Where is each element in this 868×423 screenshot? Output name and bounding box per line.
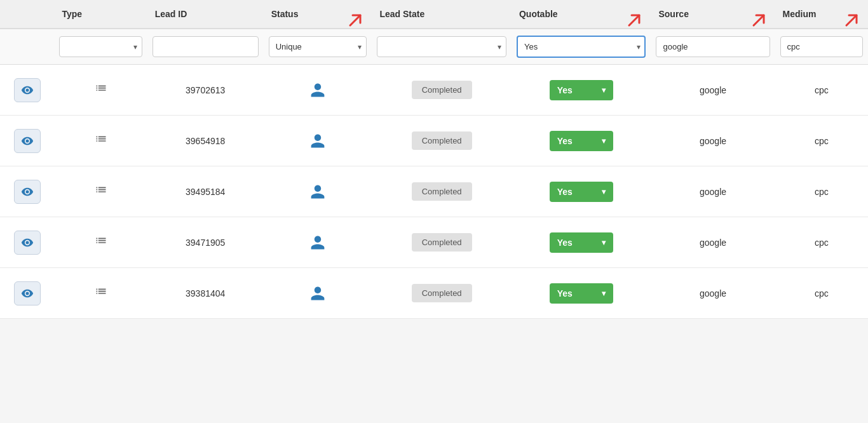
status-cell: [264, 268, 372, 319]
action-cell: [0, 268, 54, 319]
completed-badge: Completed: [412, 131, 472, 150]
type-cell: [54, 268, 147, 319]
person-icon: [309, 82, 326, 98]
lead-id-value: 39654918: [186, 136, 225, 146]
medium-cell: cpc: [775, 268, 868, 319]
medium-value: cpc: [815, 238, 829, 248]
filter-action-cell: [0, 29, 54, 65]
view-button[interactable]: [14, 231, 41, 255]
list-icon: [95, 84, 107, 97]
leadid-filter-input[interactable]: [153, 36, 259, 57]
lead-id-value: 39471905: [186, 238, 225, 248]
quotable-cell: Yes ▾: [512, 116, 651, 166]
source-red-arrow: [749, 10, 769, 32]
eye-icon: [21, 135, 34, 147]
filter-leadid-cell: [147, 29, 264, 65]
quotable-red-arrow: [624, 10, 644, 32]
quotable-cell: Yes ▾: [512, 268, 651, 319]
view-button[interactable]: [14, 281, 41, 306]
list-icon: [95, 185, 107, 198]
table-row: 39471905 Completed Yes ▾: [0, 217, 868, 268]
medium-cell: cpc: [775, 166, 868, 217]
medium-value: cpc: [815, 136, 829, 146]
quotable-dropdown-chevron-icon: ▾: [602, 238, 606, 247]
type-filter-wrapper: ▾: [59, 36, 142, 57]
quotable-yes-dropdown[interactable]: Yes ▾: [550, 283, 613, 304]
completed-badge: Completed: [412, 81, 472, 99]
source-value: google: [700, 187, 726, 197]
quotable-yes-label: Yes: [557, 85, 573, 95]
leadid-cell: 39495184: [147, 166, 264, 217]
leadstate-cell: Completed: [372, 65, 512, 116]
action-cell: [0, 65, 54, 116]
quotable-dropdown-chevron-icon: ▾: [602, 137, 606, 145]
type-cell: [54, 65, 147, 116]
person-icon: [309, 234, 326, 251]
quotable-dropdown-chevron-icon: ▾: [602, 187, 606, 196]
leadstate-filter-select[interactable]: [377, 36, 506, 57]
source-value: google: [700, 288, 726, 299]
leadstate-cell: Completed: [372, 217, 512, 268]
source-cell: google: [651, 217, 775, 268]
filter-quotable-cell: Yes No ▾: [512, 29, 651, 65]
data-table: Type Lead ID Status Lead State Quotable …: [0, 0, 868, 319]
source-value: google: [700, 238, 726, 248]
list-icon: [95, 287, 107, 300]
person-icon: [309, 184, 326, 200]
quotable-yes-label: Yes: [557, 238, 573, 248]
filter-medium-cell: [775, 29, 868, 65]
status-filter-wrapper: Unique ▾: [269, 36, 367, 57]
person-icon: [309, 133, 326, 149]
status-cell: [264, 217, 372, 268]
filter-status-cell: Unique ▾: [264, 29, 372, 65]
medium-value: cpc: [815, 85, 829, 95]
filter-leadstate-cell: ▾: [372, 29, 512, 65]
medium-cell: cpc: [775, 65, 868, 116]
medium-filter-input[interactable]: [780, 36, 863, 57]
source-filter-input[interactable]: [656, 36, 770, 57]
quotable-filter-select[interactable]: Yes No: [517, 36, 646, 58]
quotable-cell: Yes ▾: [512, 65, 651, 116]
quotable-yes-dropdown[interactable]: Yes ▾: [550, 80, 613, 100]
quotable-yes-dropdown[interactable]: Yes ▾: [550, 131, 613, 151]
list-icon: [95, 236, 107, 249]
leadid-cell: 39654918: [147, 116, 264, 166]
quotable-cell: Yes ▾: [512, 217, 651, 268]
type-cell: [54, 217, 147, 268]
quotable-yes-dropdown[interactable]: Yes ▾: [550, 232, 613, 253]
type-filter-select[interactable]: [59, 36, 142, 57]
completed-badge: Completed: [412, 233, 472, 252]
header-row: Type Lead ID Status Lead State Quotable …: [0, 0, 868, 29]
source-cell: google: [651, 268, 775, 319]
leadid-cell: 39702613: [147, 65, 264, 116]
quotable-dropdown-chevron-icon: ▾: [602, 289, 606, 298]
medium-value: cpc: [815, 187, 829, 197]
view-button[interactable]: [14, 129, 41, 153]
quotable-cell: Yes ▾: [512, 166, 651, 217]
source-value: google: [700, 136, 726, 146]
filter-source-cell: [651, 29, 775, 65]
medium-cell: cpc: [775, 116, 868, 166]
quotable-yes-label: Yes: [557, 187, 573, 197]
table-row: 39702613 Completed Yes ▾: [0, 65, 868, 116]
leadstate-filter-wrapper: ▾: [377, 36, 506, 57]
eye-icon: [21, 287, 34, 300]
table-row: 39495184 Completed Yes ▾: [0, 166, 868, 217]
view-button[interactable]: [14, 180, 41, 204]
source-value: google: [700, 85, 726, 95]
completed-badge: Completed: [412, 284, 472, 302]
lead-id-value: 39495184: [186, 187, 225, 197]
quotable-yes-dropdown[interactable]: Yes ▾: [550, 182, 613, 202]
col-header-leadstate: Lead State: [372, 0, 512, 29]
quotable-yes-label: Yes: [557, 288, 573, 299]
status-red-arrow: [345, 10, 365, 32]
leadid-cell: 39471905: [147, 217, 264, 268]
table-body: 39702613 Completed Yes ▾: [0, 65, 868, 319]
quotable-dropdown-chevron-icon: ▾: [602, 86, 606, 95]
view-button[interactable]: [14, 78, 41, 102]
status-filter-select[interactable]: Unique: [269, 36, 367, 57]
lead-id-value: 39702613: [186, 85, 225, 95]
leadstate-cell: Completed: [372, 268, 512, 319]
eye-icon: [21, 84, 34, 97]
col-header-type: Type: [54, 0, 147, 29]
